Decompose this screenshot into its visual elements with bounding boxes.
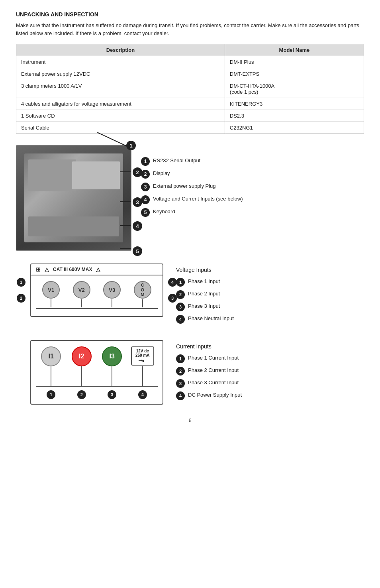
table-row: 3 clamp meters 1000 A/1VDM-CT-HTA-1000A … — [16, 80, 364, 98]
current-badge-4: 4 — [138, 390, 147, 399]
warning-icon-2: △ — [96, 266, 100, 273]
current-connector-wrap: I1 I2 I3 12V dc 250 mA — [30, 340, 163, 405]
current-legend-item: 2 Phase 2 Current Input — [176, 367, 242, 376]
badge-group-2: 2 — [67, 390, 97, 399]
current-connector-box: I1 I2 I3 12V dc 250 mA — [30, 340, 163, 405]
table-cell-desc: Serial Cable — [16, 122, 225, 134]
dc-label-top: 12V dc — [134, 349, 151, 353]
table-col-description: Description — [16, 44, 225, 56]
legend-label-1: RS232 Serial Output — [153, 157, 200, 164]
port-com-base — [127, 308, 158, 309]
legend-label-4: Voltage and Current Inputs (see below) — [153, 195, 243, 203]
table-cell-model: DM-II Plus — [225, 56, 364, 68]
table-cell-model: DMT-EXTPS — [225, 68, 364, 80]
voltage-legend-list: 1 Phase 1 Input 2 Phase 2 Input 3 Phase … — [176, 278, 234, 327]
legend-label-5: Keyboard — [153, 208, 175, 215]
port-com-circle: COM — [134, 281, 151, 299]
stem-i1 — [36, 366, 67, 387]
cat-label: CAT III 600V MAX — [53, 267, 92, 272]
current-legend: Current Inputs 1 Phase 1 Current Input 2… — [176, 340, 242, 404]
parts-table: Description Model Name InstrumentDM-II P… — [16, 44, 364, 134]
voltage-legend-item: 2 Phase 2 Input — [176, 290, 234, 299]
base-dc — [127, 386, 158, 387]
current-stems-row — [31, 366, 163, 387]
port-dc-box: 12V dc 250 mA ⭢●─ — [131, 346, 154, 366]
table-row: InstrumentDM-II Plus — [16, 56, 364, 68]
voltage-connector-header: ⊞ △ CAT III 600V MAX △ — [31, 264, 163, 275]
stem-i2 — [67, 366, 97, 387]
c-legend-badge-1: 1 — [176, 354, 185, 363]
voltage-legend-item: 1 Phase 1 Input — [176, 278, 234, 287]
port-i1: I1 — [36, 346, 67, 366]
port-com: COM — [127, 281, 158, 309]
port-i3: I3 — [97, 346, 127, 366]
port-i3-circle: I3 — [102, 346, 122, 366]
device-legend-item: 1 RS232 Serial Output — [141, 157, 243, 166]
v-legend-label-4: Phase Neutral Input — [188, 315, 234, 322]
square-icon: ⊞ — [36, 266, 41, 273]
c-legend-label-2: Phase 2 Current Input — [188, 367, 239, 374]
port-v1: V1 — [36, 281, 67, 309]
base-i1 — [36, 386, 67, 387]
v-side-badge-1: 1 — [17, 278, 25, 287]
table-cell-desc: External power supply 12VDC — [16, 68, 225, 80]
v-legend-badge-3: 3 — [176, 303, 185, 311]
device-callout-1: 1 — [126, 141, 136, 150]
dc-symbol: ⭢●─ — [134, 358, 151, 363]
stem-i3-line — [112, 366, 112, 386]
v-legend-badge-1: 1 — [176, 278, 185, 287]
voltage-legend-item: 4 Phase Neutral Input — [176, 315, 234, 324]
current-legend-item: 4 DC Power Supply Input — [176, 391, 242, 400]
page-heading: UNPACKING AND INSPECTION — [16, 11, 364, 18]
stem-dc — [127, 366, 158, 387]
stem-dc-line — [142, 366, 143, 386]
device-section: 1 2 3 4 5 1 RS232 Serial Output — [16, 145, 364, 251]
v-legend-label-3: Phase 3 Input — [188, 303, 220, 310]
voltage-ports-row: V1 V2 V3 — [31, 275, 163, 316]
v-side-badge-3: 3 — [168, 294, 177, 303]
badge-group-3: 3 — [97, 390, 127, 399]
device-legend-list: 1 RS232 Serial Output 2 Display 3 Extern… — [141, 157, 243, 221]
current-section: I1 I2 I3 12V dc 250 mA — [16, 340, 364, 405]
legend-badge-4: 4 — [141, 195, 150, 204]
table-row: 4 cables and alligators for voltage meas… — [16, 98, 364, 110]
port-dc: 12V dc 250 mA ⭢●─ — [127, 346, 158, 366]
legend-label-2: Display — [153, 170, 170, 177]
table-col-model: Model Name — [225, 44, 364, 56]
table-cell-desc: 4 cables and alligators for voltage meas… — [16, 98, 225, 110]
device-legend-item: 4 Voltage and Current Inputs (see below) — [141, 195, 243, 204]
c-legend-label-4: DC Power Supply Input — [188, 391, 242, 399]
port-v2-circle: V2 — [73, 281, 90, 299]
current-badges-row: 1 2 3 4 — [31, 387, 163, 404]
c-legend-badge-3: 3 — [176, 379, 185, 388]
table-cell-desc: Instrument — [16, 56, 225, 68]
v-side-badge-4: 4 — [168, 278, 177, 287]
device-legend-item: 2 Display — [141, 170, 243, 179]
port-v2-base — [67, 308, 97, 309]
device-callout-4: 4 — [133, 221, 142, 231]
c-legend-label-1: Phase 1 Current Input — [188, 354, 239, 362]
table-row: 1 Software CDDS2.3 — [16, 110, 364, 122]
v-side-badges-right: 4 3 — [168, 278, 177, 303]
table-cell-desc: 3 clamp meters 1000 A/1V — [16, 80, 225, 98]
v-side-badge-2: 2 — [17, 294, 25, 303]
c-legend-badge-2: 2 — [176, 367, 185, 376]
current-legend-item: 3 Phase 3 Current Input — [176, 379, 242, 388]
port-i1-circle: I1 — [41, 346, 61, 366]
port-v3-base — [97, 308, 127, 309]
port-i2-circle: I2 — [72, 346, 92, 366]
device-image-wrap: 1 2 3 4 5 — [16, 145, 131, 251]
legend-badge-1: 1 — [141, 157, 150, 166]
current-badge-3: 3 — [108, 390, 116, 399]
v-legend-badge-2: 2 — [176, 290, 185, 299]
current-legend-item: 1 Phase 1 Current Input — [176, 354, 242, 363]
dc-label-bottom: 250 mA — [134, 353, 151, 358]
voltage-connector-wrap: 1 2 4 3 ⊞ △ CAT III 600V MAX △ — [30, 264, 163, 317]
table-cell-desc: 1 Software CD — [16, 110, 225, 122]
port-v1-circle: V1 — [42, 281, 60, 299]
intro-paragraph: Make sure that the instrument has suffer… — [16, 22, 364, 37]
badge-group-4: 4 — [127, 390, 158, 399]
table-cell-model: DM-CT-HTA-1000A (code 1 pcs) — [225, 80, 364, 98]
v-legend-badge-4: 4 — [176, 315, 185, 324]
voltage-section: 1 2 4 3 ⊞ △ CAT III 600V MAX △ — [16, 264, 364, 327]
